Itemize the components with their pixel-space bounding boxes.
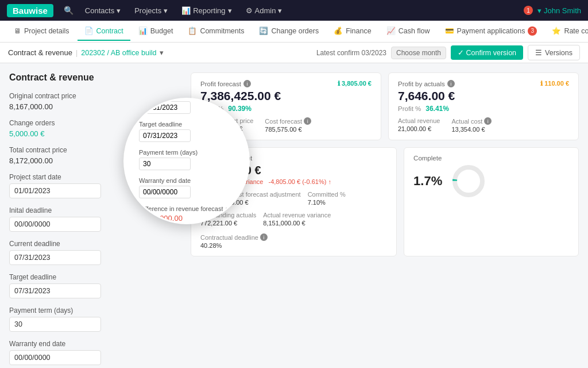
monitor-icon: 🖥 — [14, 27, 21, 35]
versions-button[interactable]: ☰ Versions — [528, 45, 580, 60]
tab-change-orders-label: Change orders — [271, 27, 319, 35]
complete-row: 1.7% — [413, 164, 569, 198]
actual-revenue-label: Actual revenue — [398, 117, 440, 124]
breadcrumb-actions: Latest confirm 03/2023 Choose month ✓ Co… — [316, 45, 580, 60]
contacts-menu[interactable]: Contacts ▾ — [79, 4, 126, 17]
contractual-deadline-label: Contractual deadline i — [200, 233, 268, 241]
detail-actual-revenue-variance: Actual revenue variance 8,151,000.00 € — [263, 212, 331, 227]
user-menu[interactable]: ▾ John Smith — [537, 6, 581, 15]
actual-revenue-value: 21,000.00 € — [398, 125, 440, 132]
actual-revenue-variance-label: Actual revenue variance — [263, 212, 331, 218]
tab-project-details[interactable]: 🖥 Project details — [7, 22, 76, 41]
confirm-version-button[interactable]: ✓ Confirm version — [451, 45, 523, 60]
reporting-menu[interactable]: 📊 Reporting ▾ — [176, 4, 237, 17]
budget-chart-icon: 📊 — [138, 26, 148, 35]
profit-actuals-profit-label: Profit % — [398, 105, 421, 112]
payment-term-input[interactable] — [9, 317, 101, 332]
committed-pct-value: 7.10% — [308, 199, 346, 206]
svg-point-0 — [455, 167, 482, 195]
contractual-deadline-info-icon[interactable]: i — [260, 233, 268, 241]
user-name-label: John Smith — [544, 6, 581, 15]
chevron-down-icon: ▾ — [537, 6, 541, 15]
tab-cash-flow[interactable]: 📈 Cash flow — [380, 22, 437, 41]
detail-committed-pct: Committed % 7.10% — [308, 191, 346, 206]
page-title: Contract & revenue — [9, 72, 181, 83]
current-deadline-label: Current deadline — [9, 240, 181, 248]
warranty-end-date-input[interactable] — [9, 350, 101, 365]
tab-contract[interactable]: 📄 Contract — [78, 22, 130, 41]
main-content: Contract & revenue Original contract pri… — [0, 63, 588, 368]
tab-payment-applications[interactable]: 💳 Payment applications 3 — [438, 22, 544, 41]
tab-budget-label: Budget — [150, 27, 173, 35]
tab-rate-label: Rate contractors — [564, 27, 588, 35]
project-start-date-input[interactable] — [9, 183, 101, 198]
warranty-end-date-label: Warranty end date — [9, 340, 181, 348]
target-deadline-input[interactable] — [9, 283, 101, 298]
field-warranty-end-date: Warranty end date — [9, 340, 181, 365]
tab-finance-label: Finance — [346, 27, 371, 35]
initial-deadline-input[interactable] — [9, 217, 101, 232]
tab-change-orders[interactable]: 🔄 Change orders — [252, 22, 326, 41]
profit-actuals-info-icon[interactable]: i — [447, 80, 455, 87]
profit-forecast-info-icon[interactable]: i — [243, 80, 251, 87]
actual-cost: Actual cost i 13,354.00 € — [451, 117, 492, 133]
project-chevron-icon[interactable]: ▾ — [160, 48, 164, 57]
rate-star-icon: ⭐ — [552, 26, 561, 35]
mag-payment-term: Payment term (days) — [139, 149, 234, 170]
commitments-icon: 📋 — [188, 26, 197, 35]
profit-actuals-header: Profit by actuals i ℹ 110.00 € — [398, 80, 569, 87]
notification-badge[interactable]: 1 — [524, 6, 533, 15]
current-deadline-input[interactable] — [9, 250, 101, 265]
detail-contractual-deadline: Contractual deadline i 40.28% — [200, 233, 268, 249]
tab-project-details-label: Project details — [24, 27, 69, 35]
breadcrumb: Contract & revenue | 202302 / AB office … — [8, 48, 164, 57]
committed-pct-label: Committed % — [308, 191, 346, 198]
mag-payment-term-input[interactable] — [139, 158, 191, 170]
right-panel: Profit forecast i ℹ 3,805.00 € 7,386,425… — [191, 72, 579, 368]
complete-pct: 1.7% — [413, 174, 442, 189]
outstanding-actuals-value: 772,221.00 € — [200, 220, 256, 227]
actual-cost-label: Actual cost i — [451, 117, 492, 125]
profit-actuals-sub-row: Actual revenue 21,000.00 € Actual cost i… — [398, 117, 569, 133]
tab-finance[interactable]: 💰 Finance — [327, 22, 378, 41]
projects-chevron-icon: ▾ — [164, 6, 168, 15]
mag-target-deadline-input[interactable] — [139, 129, 191, 142]
contacts-label: Contacts — [85, 6, 114, 15]
mag-target-deadline-label: Target deadline — [139, 121, 234, 128]
profit-forecast-value: 7,386,425.00 € — [200, 89, 372, 103]
actual-cost-info-icon[interactable]: i — [484, 117, 492, 125]
tab-commitments[interactable]: 📋 Commitments — [181, 22, 251, 41]
profit-forecast-label: Profit forecast i — [200, 80, 251, 87]
profit-forecast-cost: Cost forecast i 785,575.00 € — [265, 117, 311, 133]
profit-actuals-label: Profit by actuals i — [398, 80, 455, 87]
commitment-details-row-2: Outstanding actuals 772,221.00 € Actual … — [200, 212, 387, 249]
detail-cost-forecast-adj: Cost forecast adjustment 0.00 € — [231, 191, 301, 206]
payment-icon: 💳 — [445, 26, 454, 35]
profit-forecast-badge: ℹ 3,805.00 € — [338, 80, 372, 87]
mag-warranty-label: Warranty end date — [139, 177, 234, 184]
complete-card: Complete 1.7% — [404, 147, 579, 256]
mag-warranty-input[interactable] — [139, 186, 191, 198]
admin-menu[interactable]: ⚙ Admin ▾ — [240, 4, 288, 17]
tab-budget[interactable]: 📊 Budget — [131, 22, 180, 41]
projects-label: Projects — [134, 6, 161, 15]
profit-actuals-card: Profit by actuals i ℹ 110.00 € 7,646.00 … — [388, 72, 579, 140]
tab-cash-flow-label: Cash flow — [399, 27, 430, 35]
variance-value: -4,805.00 € (-0.61%) ↑ — [269, 178, 331, 185]
latest-confirm-label: Latest confirm 03/2023 — [316, 49, 386, 57]
field-payment-term: Payment term (days) — [9, 306, 181, 332]
actual-revenue: Actual revenue 21,000.00 € — [398, 117, 440, 133]
cost-forecast-info-icon[interactable]: i — [304, 117, 311, 125]
choose-month-button[interactable]: Choose month — [391, 47, 446, 59]
actual-cost-value: 13,354.00 € — [451, 126, 492, 133]
finance-icon: 💰 — [334, 26, 343, 35]
reporting-chevron-icon: ▾ — [228, 6, 232, 15]
profit-actuals-pct: 36.41% — [425, 105, 449, 113]
search-icon[interactable]: 🔍 — [60, 3, 77, 17]
contractual-deadline-value: 40.28% — [200, 242, 268, 249]
mag-payment-term-label: Payment term (days) — [139, 149, 234, 156]
projects-menu[interactable]: Projects ▾ — [129, 4, 173, 17]
tab-rate-contractors[interactable]: ⭐ Rate contractors — [545, 22, 588, 41]
magnifier-content: Current deadline Target deadline Payment… — [125, 98, 248, 224]
magnifier-overlay: Current deadline Target deadline Payment… — [123, 98, 250, 224]
